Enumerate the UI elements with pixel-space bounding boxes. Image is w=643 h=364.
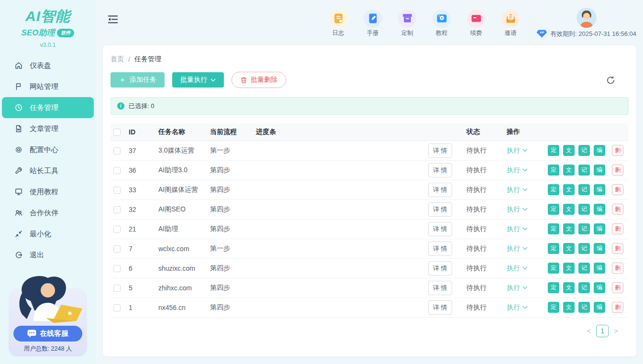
action-button-编[interactable]: 编 (594, 145, 605, 156)
quick-link-2[interactable]: 定制 (396, 10, 419, 37)
delete-row-button[interactable]: 删 (612, 204, 623, 215)
action-button-文[interactable]: 文 (563, 184, 575, 195)
detail-button[interactable]: 详 情 (428, 163, 452, 177)
action-button-记[interactable]: 记 (578, 243, 590, 254)
action-button-编[interactable]: 编 (594, 223, 605, 234)
action-button-记[interactable]: 记 (578, 184, 590, 195)
delete-row-button[interactable]: 删 (612, 223, 623, 234)
sidebar-item-5[interactable]: 站长工具 (0, 160, 96, 181)
execute-dropdown[interactable]: 执行 (507, 303, 528, 312)
action-button-文[interactable]: 文 (563, 165, 575, 176)
row-checkbox[interactable] (113, 226, 121, 233)
online-service-button[interactable]: 在线客服 (13, 326, 82, 342)
action-button-文[interactable]: 文 (563, 302, 575, 313)
action-button-定[interactable]: 定 (548, 184, 559, 195)
sidebar-item-3[interactable]: 文章管理 (0, 118, 96, 139)
quick-link-5[interactable]: 邀请 (499, 10, 522, 37)
action-button-文[interactable]: 文 (563, 263, 575, 274)
delete-row-button[interactable]: 删 (612, 263, 623, 274)
refresh-icon[interactable] (606, 76, 615, 85)
page-number[interactable]: 1 (596, 325, 609, 337)
action-button-定[interactable]: 定 (548, 204, 559, 215)
sidebar-item-7[interactable]: 合作伙伴 (0, 202, 96, 223)
sidebar-item-1[interactable]: 网站管理 (0, 76, 96, 97)
action-button-编[interactable]: 编 (594, 302, 605, 313)
action-button-记[interactable]: 记 (578, 165, 590, 176)
delete-row-button[interactable]: 删 (612, 184, 623, 195)
detail-button[interactable]: 详 情 (428, 183, 452, 197)
action-button-定[interactable]: 定 (548, 263, 559, 274)
action-button-文[interactable]: 文 (563, 223, 575, 234)
sidebar-item-0[interactable]: 仪表盘 (0, 55, 96, 76)
detail-button[interactable]: 详 情 (428, 143, 452, 158)
sidebar-item-8[interactable]: 最小化 (0, 223, 96, 244)
execute-dropdown[interactable]: 执行 (507, 186, 528, 194)
batch-delete-button[interactable]: 批量删除 (232, 72, 286, 88)
row-checkbox[interactable] (113, 167, 121, 174)
prev-page-arrow[interactable]: < (587, 327, 591, 335)
batch-execute-button[interactable]: 批量执行 (172, 72, 224, 88)
quick-link-1[interactable]: 手册 (361, 10, 384, 37)
action-button-编[interactable]: 编 (594, 243, 605, 254)
action-button-定[interactable]: 定 (548, 243, 559, 254)
action-button-记[interactable]: 记 (578, 204, 590, 215)
action-button-定[interactable]: 定 (548, 282, 559, 293)
detail-button[interactable]: 详 情 (428, 300, 452, 315)
action-button-文[interactable]: 文 (563, 243, 575, 254)
detail-button[interactable]: 详 情 (428, 261, 452, 276)
action-button-记[interactable]: 记 (578, 302, 590, 313)
sidebar-collapse-icon[interactable] (108, 15, 118, 23)
delete-row-button[interactable]: 删 (612, 282, 623, 293)
quick-link-4[interactable]: 续费 (465, 10, 488, 37)
delete-row-button[interactable]: 删 (612, 145, 623, 156)
sidebar-item-9[interactable]: 退出 (0, 244, 96, 265)
detail-button[interactable]: 详 情 (428, 202, 452, 217)
delete-row-button[interactable]: 删 (612, 165, 623, 176)
action-button-编[interactable]: 编 (594, 165, 605, 176)
row-checkbox[interactable] (113, 187, 121, 194)
row-checkbox[interactable] (113, 245, 121, 253)
execute-dropdown[interactable]: 执行 (507, 146, 528, 155)
quick-link-3[interactable]: 教程 (430, 10, 453, 37)
action-button-编[interactable]: 编 (594, 204, 605, 215)
user-avatar[interactable] (576, 8, 597, 28)
detail-button[interactable]: 详 情 (428, 242, 452, 256)
breadcrumb-home[interactable]: 首页 (111, 55, 124, 64)
next-page-arrow[interactable]: > (614, 327, 618, 335)
select-all-checkbox[interactable] (113, 129, 121, 136)
action-button-记[interactable]: 记 (578, 263, 590, 274)
action-button-编[interactable]: 编 (594, 263, 605, 274)
delete-row-button[interactable]: 删 (612, 302, 623, 313)
quick-link-0[interactable]: 日志 (327, 10, 350, 37)
execute-dropdown[interactable]: 执行 (507, 205, 528, 214)
sidebar-item-6[interactable]: 使用教程 (0, 181, 96, 202)
action-button-记[interactable]: 记 (578, 282, 590, 293)
action-button-文[interactable]: 文 (563, 282, 575, 293)
detail-button[interactable]: 详 情 (428, 281, 452, 295)
delete-row-button[interactable]: 删 (612, 243, 623, 254)
action-button-定[interactable]: 定 (548, 223, 559, 234)
sidebar-item-2[interactable]: 任务管理 (2, 97, 94, 118)
action-button-记[interactable]: 记 (578, 145, 590, 156)
row-checkbox[interactable] (113, 304, 121, 311)
add-task-button[interactable]: ＋ 添加任务 (111, 72, 165, 88)
row-checkbox[interactable] (113, 285, 121, 292)
action-button-编[interactable]: 编 (594, 282, 605, 293)
execute-dropdown[interactable]: 执行 (507, 225, 528, 233)
execute-dropdown[interactable]: 执行 (507, 284, 528, 292)
action-button-编[interactable]: 编 (594, 184, 605, 195)
row-checkbox[interactable] (113, 265, 121, 272)
action-button-定[interactable]: 定 (548, 145, 559, 156)
execute-dropdown[interactable]: 执行 (507, 244, 528, 253)
sidebar-item-4[interactable]: 配置中心 (0, 139, 96, 160)
action-button-文[interactable]: 文 (563, 145, 575, 156)
detail-button[interactable]: 详 情 (428, 222, 452, 236)
row-checkbox[interactable] (113, 147, 121, 154)
action-button-定[interactable]: 定 (548, 302, 559, 313)
action-button-定[interactable]: 定 (548, 165, 559, 176)
row-checkbox[interactable] (113, 206, 121, 213)
execute-dropdown[interactable]: 执行 (507, 166, 528, 175)
action-button-记[interactable]: 记 (578, 223, 590, 234)
action-button-文[interactable]: 文 (563, 204, 575, 215)
execute-dropdown[interactable]: 执行 (507, 264, 528, 273)
